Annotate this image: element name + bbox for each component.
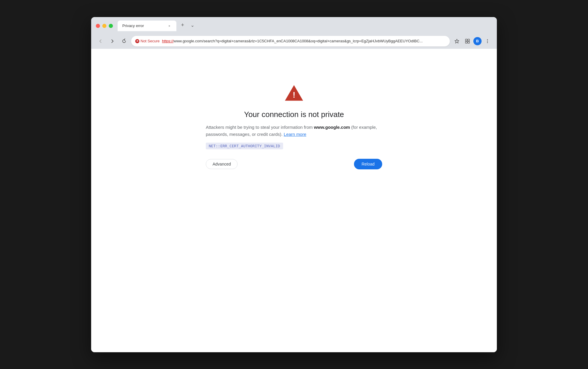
svg-text:!: ! — [293, 90, 295, 99]
profile-button[interactable]: B — [473, 37, 482, 45]
title-bar: Privacy error × + ⌄ — [91, 17, 497, 34]
warning-icon: ! — [284, 84, 304, 103]
reload-button[interactable] — [119, 36, 129, 46]
title-bar-top: Privacy error × + ⌄ — [96, 21, 492, 31]
page-content: ! Your connection is not private Attacke… — [91, 49, 497, 352]
button-row: Advanced Reload — [206, 159, 382, 169]
description-domain: www.google.com — [314, 125, 350, 130]
tab-dropdown-button[interactable]: ⌄ — [188, 21, 197, 29]
advanced-button[interactable]: Advanced — [206, 159, 238, 169]
forward-button[interactable] — [108, 36, 117, 46]
not-secure-label: Not Secure — [141, 39, 160, 43]
svg-point-5 — [487, 41, 488, 41]
tab-bar: Privacy error × + ⌄ — [118, 21, 197, 31]
svg-rect-3 — [468, 41, 470, 43]
bookmark-button[interactable] — [452, 36, 462, 46]
security-icon: ✕ — [135, 39, 139, 43]
description-prefix: Attackers might be trying to steal your … — [206, 125, 314, 130]
svg-point-6 — [487, 42, 488, 43]
back-button[interactable] — [96, 36, 105, 46]
svg-rect-2 — [465, 41, 467, 43]
not-secure-badge: ✕ Not Secure — [135, 39, 160, 43]
url-display: https://www.google.com/search?q=digital+… — [162, 39, 446, 43]
error-title: Your connection is not private — [244, 110, 344, 119]
tab-title: Privacy error — [122, 24, 165, 28]
maximize-button[interactable] — [109, 24, 113, 28]
minimize-button[interactable] — [102, 24, 106, 28]
menu-button[interactable] — [483, 36, 492, 46]
window-controls — [96, 24, 113, 28]
nav-bar: ✕ Not Secure https://www.google.com/sear… — [91, 34, 497, 49]
extension-button[interactable] — [463, 36, 472, 46]
learn-more-link[interactable]: Learn more — [284, 132, 306, 137]
svg-point-4 — [487, 39, 488, 40]
new-tab-button[interactable]: + — [178, 21, 187, 30]
active-tab[interactable]: Privacy error × — [118, 21, 176, 31]
address-bar[interactable]: ✕ Not Secure https://www.google.com/sear… — [131, 36, 450, 46]
nav-actions: B — [452, 36, 492, 46]
error-container: ! Your connection is not private Attacke… — [206, 84, 382, 169]
browser-window: Privacy error × + ⌄ — [91, 17, 497, 352]
svg-rect-1 — [468, 39, 470, 41]
url-protocol: https:// — [162, 39, 173, 43]
close-button[interactable] — [96, 24, 100, 28]
url-rest: www.google.com/search?q=digital+cameras&… — [173, 39, 423, 43]
reload-page-button[interactable]: Reload — [354, 159, 382, 169]
tab-close-button[interactable]: × — [167, 24, 172, 28]
error-code[interactable]: NET::ERR_CERT_AUTHORITY_INVALID — [206, 143, 283, 149]
error-description: Attackers might be trying to steal your … — [206, 124, 382, 138]
svg-rect-0 — [465, 39, 467, 41]
